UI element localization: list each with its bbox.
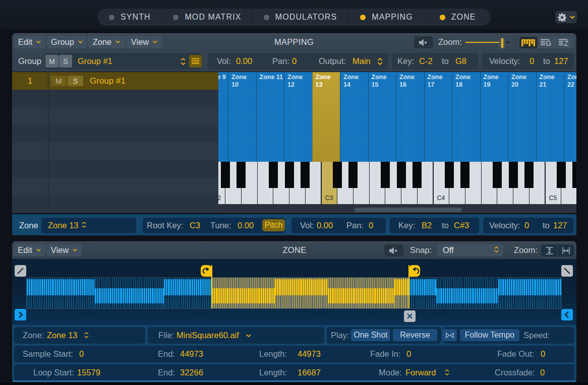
svg-text:G: G [546, 39, 551, 47]
svg-text:Z: Z [564, 39, 568, 47]
